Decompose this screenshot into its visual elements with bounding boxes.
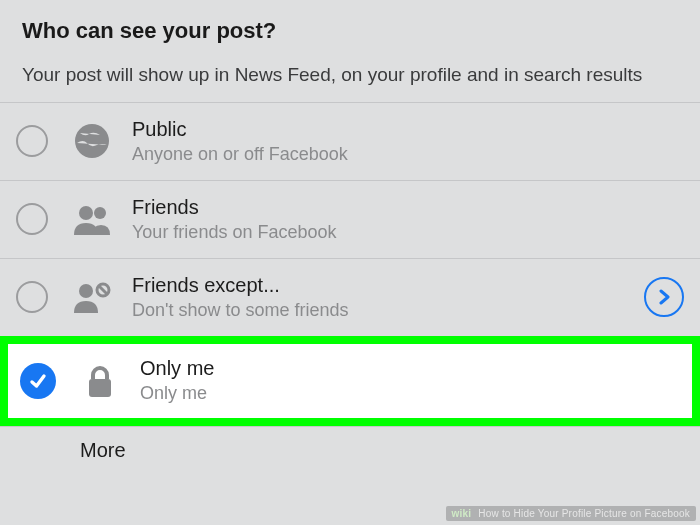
svg-point-1 (79, 206, 93, 220)
watermark-text: How to Hide Your Profile Picture on Face… (478, 508, 690, 519)
option-title: Friends (132, 195, 684, 219)
lock-icon (78, 359, 122, 403)
option-labels: Only me Only me (140, 356, 680, 405)
option-public[interactable]: Public Anyone on or off Facebook (0, 102, 700, 180)
svg-point-0 (75, 124, 109, 158)
radio-checked-icon (20, 363, 56, 399)
option-sub: Don't show to some friends (132, 299, 636, 322)
option-labels: Friends Your friends on Facebook (132, 195, 684, 244)
radio-unchecked-icon (16, 125, 48, 157)
option-title: Public (132, 117, 684, 141)
svg-point-2 (94, 207, 106, 219)
option-sub: Your friends on Facebook (132, 221, 684, 244)
option-title: Friends except... (132, 273, 636, 297)
chevron-right-icon[interactable] (644, 277, 684, 317)
header: Who can see your post? Your post will sh… (0, 0, 700, 102)
page-title: Who can see your post? (22, 18, 678, 44)
option-more[interactable]: More (0, 426, 700, 470)
more-label: More (80, 439, 126, 462)
option-only-me[interactable]: Only me Only me (0, 336, 700, 426)
option-labels: Public Anyone on or off Facebook (132, 117, 684, 166)
option-title: Only me (140, 356, 680, 380)
option-friends[interactable]: Friends Your friends on Facebook (0, 180, 700, 258)
watermark-brand: wiki (452, 508, 472, 519)
globe-icon (70, 119, 114, 163)
option-sub: Only me (140, 382, 680, 405)
radio-unchecked-icon (16, 281, 48, 313)
privacy-options-list: Public Anyone on or off Facebook Friends… (0, 102, 700, 470)
option-friends-except[interactable]: Friends except... Don't show to some fri… (0, 258, 700, 336)
friends-icon (70, 197, 114, 241)
option-sub: Anyone on or off Facebook (132, 143, 684, 166)
friends-except-icon (70, 275, 114, 319)
option-labels: Friends except... Don't show to some fri… (132, 273, 636, 322)
svg-point-3 (79, 284, 93, 298)
watermark: wiki How to Hide Your Profile Picture on… (446, 506, 696, 521)
page-subtitle: Your post will show up in News Feed, on … (22, 62, 678, 88)
svg-rect-6 (89, 379, 111, 397)
radio-unchecked-icon (16, 203, 48, 235)
